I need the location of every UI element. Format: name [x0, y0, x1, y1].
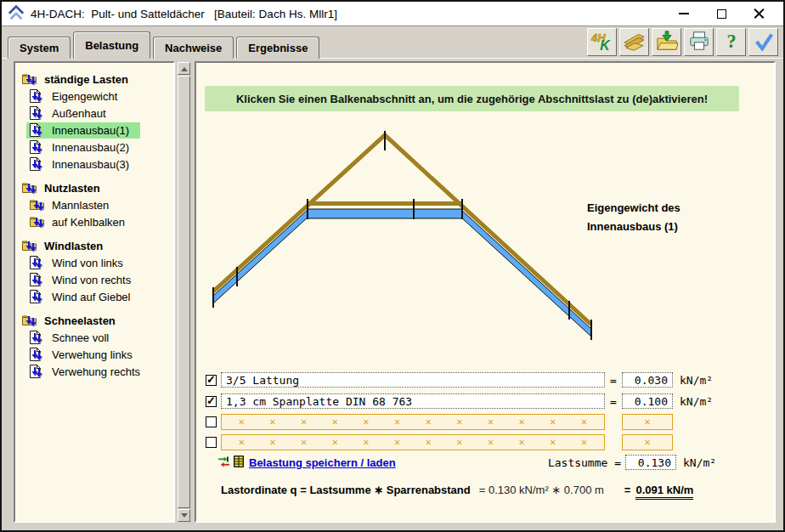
load-text-field[interactable]: 3/5 Lattung	[221, 372, 605, 388]
disabled-x-icon: ✕	[332, 416, 338, 427]
sidebar-item-label: Verwehung rechts	[52, 365, 140, 378]
sidebar-item-label: Wind von links	[52, 257, 123, 269]
sidebar-item-nutzlasten[interactable]: Nutzlasten	[15, 179, 173, 196]
scroll-down-button[interactable]	[178, 509, 190, 522]
sidebar-item-auf-kehlbalken[interactable]: auf Kehlbalken	[15, 213, 173, 230]
close-button[interactable]	[740, 3, 777, 25]
main-panel: Klicken Sie einen Balkenabschnitt an, um…	[195, 61, 776, 523]
beam-segment-left-rafter[interactable]	[213, 209, 308, 303]
sidebar-item-label: Verwehung links	[52, 348, 133, 361]
instruction-banner: Klicken Sie einen Balkenabschnitt an, um…	[205, 86, 739, 111]
sidebar-item-mannlasten[interactable]: Mannlasten	[15, 196, 173, 213]
confirm-button[interactable]	[748, 28, 778, 56]
roof-diagram[interactable]	[196, 114, 777, 377]
sidebar-item-ständige-lasten[interactable]: ständige Lasten	[15, 71, 173, 88]
title-bar: 4H-DACH: Pult- und Satteldächer [Bauteil…	[2, 2, 783, 26]
page-load-icon	[28, 89, 48, 104]
sidebar-item-label: Innenausbau(3)	[52, 158, 129, 171]
disabled-x-icon: ✕	[394, 436, 400, 448]
sidebar-item-wind-auf-giebel[interactable]: Wind auf Giebel	[15, 288, 173, 305]
disabled-x-icon: ✕	[550, 436, 556, 448]
scrollbar-thumb[interactable]	[178, 76, 190, 508]
sum-value-field[interactable]: 0.130	[625, 455, 676, 470]
sidebar-item-verwehung-links[interactable]: Verwehung links	[15, 346, 173, 363]
sidebar-item-innenausbau-2[interactable]: Innenausbau(2)	[15, 139, 173, 156]
disabled-x-icon: ✕	[456, 436, 462, 448]
maximize-button[interactable]	[703, 3, 740, 25]
tab-ergebnisse[interactable]: Ergebnisse	[236, 37, 319, 59]
load-case-sidebar: ständige LastenEigengewichtAußenhautInne…	[14, 61, 175, 523]
load-ordinate-formula: Lastordinate q = Lastsumme ∗ Sparrenabst…	[221, 484, 693, 500]
page-load-icon	[28, 106, 48, 121]
load-row-4: ✕✕✕✕✕✕✕✕✕✕✕✕=✕	[206, 433, 673, 450]
checkmark-icon: ✓	[206, 373, 216, 386]
timber-icon	[623, 30, 647, 55]
arrow-down-icon	[181, 513, 188, 521]
scroll-up-button[interactable]	[178, 62, 190, 75]
sidebar-item-innenausbau-3[interactable]: Innenausbau(3)	[15, 156, 173, 173]
sidebar-item-schneelasten[interactable]: Schneelasten	[15, 312, 173, 329]
folder-load-icon	[20, 314, 41, 328]
load-value-field-disabled: ✕	[622, 434, 673, 450]
sidebar-item-schnee-voll[interactable]: Schnee voll	[15, 329, 173, 346]
save-load-link[interactable]: Belastung speichern / laden	[249, 456, 396, 469]
folder-load-icon	[20, 72, 41, 87]
app-logo-4hk-icon: 4HK	[590, 30, 614, 55]
load-value-field[interactable]: 0.100	[622, 393, 673, 409]
arrow-up-icon	[181, 64, 188, 71]
help-button[interactable]: ?	[716, 28, 746, 56]
formula-lhs: Lastordinate q = Lastsumme ∗ Sparrenabst…	[221, 484, 471, 496]
load-row-checkbox[interactable]: ✓	[206, 396, 217, 407]
load-text-field[interactable]: 1,3 cm Spanplatte DIN 68 763	[221, 393, 605, 409]
disabled-x-icon: ✕	[550, 416, 556, 427]
equals-sign: =	[607, 395, 619, 408]
sidebar-item-wind-von-rechts[interactable]: Wind von rechts	[15, 271, 173, 288]
sidebar-scrollbar[interactable]	[177, 61, 191, 523]
collar-beam[interactable]	[308, 201, 462, 206]
beam-segment-right-rafter[interactable]	[460, 209, 591, 337]
load-value-field[interactable]: 0.030	[622, 372, 673, 388]
load-row-checkbox[interactable]	[206, 416, 217, 427]
sidebar-item-eigengewicht[interactable]: Eigengewicht	[15, 88, 173, 105]
transfer-arrows-icon	[217, 456, 231, 471]
sidebar-item-innenausbau-1[interactable]: Innenausbau(1)	[15, 122, 173, 139]
sidebar-item-label: Eigengewicht	[52, 90, 117, 103]
tab-system[interactable]: System	[8, 37, 71, 59]
disabled-x-icon: ✕	[426, 416, 432, 427]
load-value-field-disabled: ✕	[622, 414, 673, 430]
disabled-x-icon: ✕	[301, 436, 307, 448]
disabled-x-icon: ✕	[581, 436, 587, 448]
tab-nachweise[interactable]: Nachweise	[153, 37, 234, 59]
formula-equals: =	[624, 484, 631, 496]
minimize-button[interactable]	[665, 3, 703, 25]
load-row-checkbox[interactable]	[206, 437, 217, 448]
app-logo-4hk-button[interactable]: 4HK	[587, 28, 617, 56]
roof-logo-icon	[8, 3, 25, 24]
disabled-x-icon: ✕	[269, 416, 275, 427]
page-load-icon	[28, 290, 48, 304]
sidebar-item-außenhaut[interactable]: Außenhaut	[15, 105, 173, 122]
sidebar-item-label: Windlasten	[44, 240, 103, 252]
folder-load-icon	[20, 239, 41, 253]
sidebar-item-label: Nutzlasten	[44, 182, 100, 195]
load-text-field-disabled: ✕✕✕✕✕✕✕✕✕✕✕✕	[221, 434, 605, 450]
segment-ticks	[213, 131, 591, 340]
sidebar-item-wind-von-links[interactable]: Wind von links	[15, 254, 173, 271]
tab-belastung[interactable]: Belastung	[73, 31, 150, 59]
checkmark-icon: ✓	[206, 394, 216, 407]
beam-segment-collar[interactable]	[308, 209, 462, 218]
load-row-checkbox[interactable]: ✓	[206, 375, 217, 386]
disabled-x-icon: ✕	[644, 436, 650, 448]
rafter-lines[interactable]	[213, 135, 591, 325]
print-icon	[687, 30, 711, 55]
tab-bar: SystemBelastungNachweiseErgebnisse	[8, 31, 319, 59]
timber-button[interactable]	[619, 28, 649, 56]
help-icon: ?	[720, 30, 743, 55]
disabled-x-icon: ✕	[519, 416, 525, 427]
sum-label: Lastsumme =	[477, 456, 621, 469]
sidebar-item-label: Schneelasten	[44, 314, 116, 327]
sidebar-item-windlasten[interactable]: Windlasten	[15, 237, 173, 254]
sidebar-item-verwehung-rechts[interactable]: Verwehung rechts	[15, 363, 173, 380]
print-button[interactable]	[684, 28, 714, 56]
open-load-button[interactable]	[652, 28, 681, 56]
